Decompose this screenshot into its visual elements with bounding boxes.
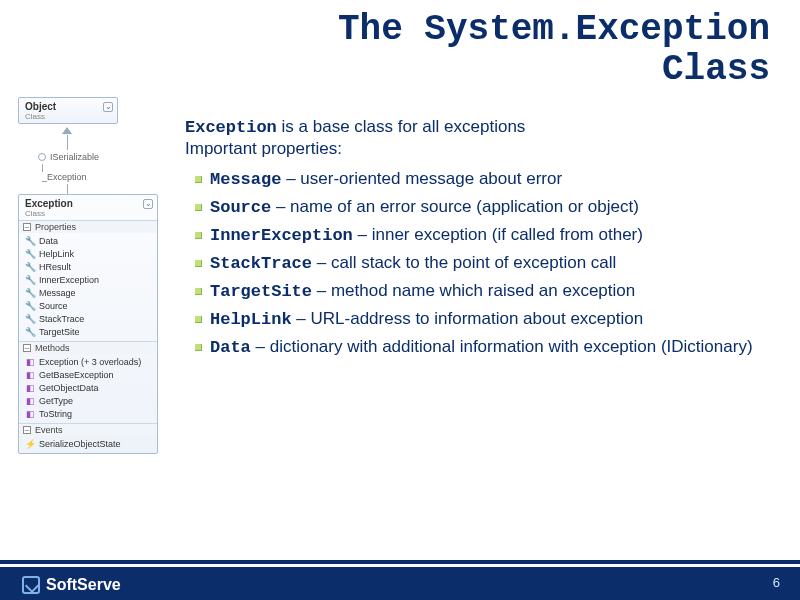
bullet-item: StackTrace – call stack to the point of … — [195, 249, 780, 277]
property-item: 🔧Message — [19, 287, 157, 300]
expand-icon[interactable]: ⌄ — [143, 199, 153, 209]
property-item: 🔧HResult — [19, 261, 157, 274]
slide-footer: SoftServe 6 — [0, 560, 800, 600]
lead-bold: Exception — [185, 118, 277, 137]
cube-icon: ◧ — [25, 395, 35, 408]
brand-logo-icon — [22, 576, 40, 594]
bullet-icon — [195, 316, 202, 323]
events-list: ⚡SerializeObjectState — [19, 436, 157, 453]
cube-icon: ◧ — [25, 382, 35, 395]
bullet-icon — [195, 260, 202, 267]
properties-list: 🔧Data 🔧HelpLink 🔧HResult 🔧InnerException… — [19, 233, 157, 341]
bullet-item: Message – user-oriented message about er… — [195, 165, 780, 193]
method-item: ◧GetBaseException — [19, 369, 157, 382]
property-item: 🔧HelpLink — [19, 248, 157, 261]
interface-lollipop: ISerializable — [18, 150, 118, 164]
bullet-item: InnerException – inner exception (if cal… — [195, 221, 780, 249]
wrench-icon: 🔧 — [25, 248, 35, 261]
sub-heading: Important properties: — [185, 139, 780, 159]
property-item: 🔧TargetSite — [19, 326, 157, 339]
lollipop-icon — [38, 153, 46, 161]
exception-name: Exception — [25, 198, 151, 209]
bullet-icon — [195, 232, 202, 239]
title-line1: The System.Exception — [338, 9, 770, 50]
expand-icon[interactable]: ⌄ — [103, 102, 113, 112]
bullet-item: TargetSite – method name which raised an… — [195, 277, 780, 305]
object-kind: Class — [25, 112, 111, 121]
wrench-icon: 🔧 — [25, 261, 35, 274]
properties-label: Properties — [35, 222, 76, 232]
mini-connector — [18, 184, 118, 194]
collapse-icon[interactable]: – — [23, 426, 31, 434]
wrench-icon: 🔧 — [25, 287, 35, 300]
exception-kind: Class — [25, 209, 151, 218]
wrench-icon: 🔧 — [25, 326, 35, 339]
class-diagram: Object Class ⌄ ISerializable _Exception … — [0, 97, 175, 458]
bullet-item: Source – name of an error source (applic… — [195, 193, 780, 221]
lead-rest: is a base class for all exceptions — [277, 117, 526, 136]
bullet-icon — [195, 204, 202, 211]
exception-class-box: Exception Class ⌄ – Properties 🔧Data 🔧He… — [18, 194, 158, 454]
property-item: 🔧StackTrace — [19, 313, 157, 326]
method-item: ◧ToString — [19, 408, 157, 421]
brand-name: SoftServe — [46, 576, 121, 594]
inheritance-connector — [18, 128, 118, 150]
page-number: 6 — [773, 575, 780, 590]
hidden-name: _Exception — [42, 172, 87, 182]
method-item: ◧Exception (+ 3 overloads) — [19, 356, 157, 369]
lightning-icon: ⚡ — [25, 438, 35, 451]
bullet-icon — [195, 176, 202, 183]
object-class-box: Object Class ⌄ — [18, 97, 118, 124]
hidden-interface: _Exception — [18, 170, 118, 184]
methods-label: Methods — [35, 343, 70, 353]
property-item: 🔧Source — [19, 300, 157, 313]
slide-title: The System.Exception Class — [0, 0, 800, 89]
events-label: Events — [35, 425, 63, 435]
collapse-icon[interactable]: – — [23, 223, 31, 231]
cube-icon: ◧ — [25, 356, 35, 369]
property-bullets: Message – user-oriented message about er… — [185, 165, 780, 361]
properties-header[interactable]: – Properties — [19, 220, 157, 233]
methods-list: ◧Exception (+ 3 overloads) ◧GetBaseExcep… — [19, 354, 157, 423]
wrench-icon: 🔧 — [25, 274, 35, 287]
method-item: ◧GetObjectData — [19, 382, 157, 395]
bullet-icon — [195, 288, 202, 295]
bullet-item: Data – dictionary with additional inform… — [195, 333, 780, 361]
method-item: ◧GetType — [19, 395, 157, 408]
content-text: Exception is a base class for all except… — [175, 97, 800, 458]
brand: SoftServe — [22, 576, 121, 594]
property-item: 🔧InnerException — [19, 274, 157, 287]
methods-header[interactable]: – Methods — [19, 341, 157, 354]
cube-icon: ◧ — [25, 408, 35, 421]
events-header[interactable]: – Events — [19, 423, 157, 436]
bullet-icon — [195, 344, 202, 351]
wrench-icon: 🔧 — [25, 300, 35, 313]
wrench-icon: 🔧 — [25, 313, 35, 326]
object-name: Object — [25, 101, 111, 112]
collapse-icon[interactable]: – — [23, 344, 31, 352]
title-line2: Class — [0, 50, 770, 90]
lead-sentence: Exception is a base class for all except… — [185, 117, 780, 137]
property-item: 🔧Data — [19, 235, 157, 248]
wrench-icon: 🔧 — [25, 235, 35, 248]
interface-name: ISerializable — [50, 152, 99, 162]
bullet-item: HelpLink – URL-address to information ab… — [195, 305, 780, 333]
event-item: ⚡SerializeObjectState — [19, 438, 157, 451]
cube-icon: ◧ — [25, 369, 35, 382]
